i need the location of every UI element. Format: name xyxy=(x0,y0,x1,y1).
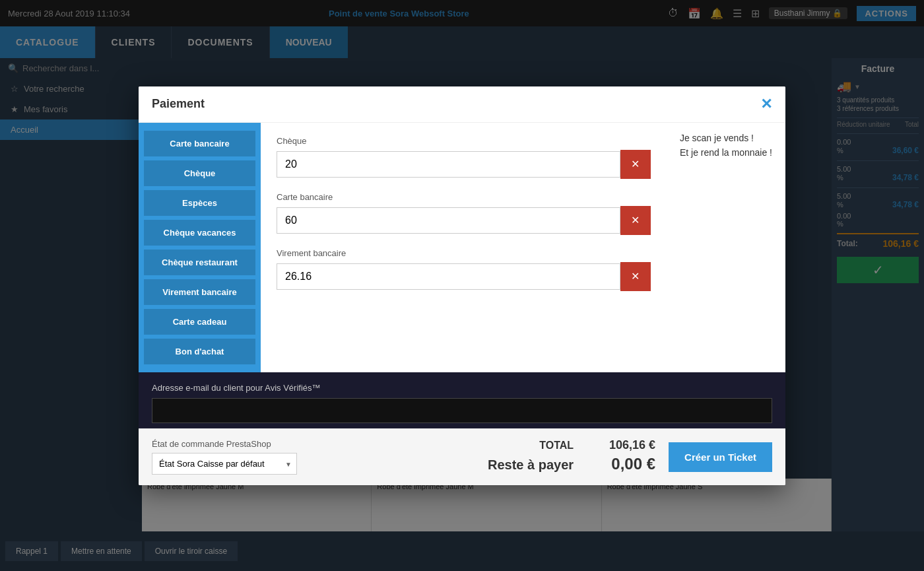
message-box: Je scan je vends ! Et je rend la monnaie… xyxy=(667,123,785,372)
entry-cb-row: ✕ xyxy=(277,206,651,235)
modal-body: Carte bancaire Chèque Espèces Chèque vac… xyxy=(139,123,785,372)
modal-footer: État de commande PrestaShop État Sora Ca… xyxy=(139,428,785,485)
footer-total-row: TOTAL 106,16 € xyxy=(488,438,655,452)
entry-virement-input[interactable] xyxy=(277,263,620,290)
reste-value: 0,00 € xyxy=(589,455,655,473)
total-value: 106,16 € xyxy=(589,438,655,452)
footer-select-wrap: État Sora Caisse par défaut xyxy=(152,453,297,475)
entry-virement-remove[interactable]: ✕ xyxy=(620,262,651,291)
footer-reste-row: Reste à payer 0,00 € xyxy=(488,455,655,473)
method-virement-bancaire[interactable]: Virement bancaire xyxy=(144,279,255,305)
entry-cb-input[interactable] xyxy=(277,207,620,234)
entry-cb-remove[interactable]: ✕ xyxy=(620,206,651,235)
modal-close-button[interactable]: ✕ xyxy=(760,97,772,112)
entry-cheque-remove[interactable]: ✕ xyxy=(620,150,651,179)
entry-cb-label: Carte bancaire xyxy=(277,192,651,202)
payment-methods-panel: Carte bancaire Chèque Espèces Chèque vac… xyxy=(139,123,261,372)
modal-title: Paiement xyxy=(152,97,205,111)
reste-label: Reste à payer xyxy=(488,457,574,473)
payment-details: Chèque ✕ Carte bancaire ✕ Virement banca… xyxy=(261,123,667,372)
entry-cheque-row: ✕ xyxy=(277,150,651,179)
method-cheque[interactable]: Chèque xyxy=(144,160,255,186)
create-ticket-button[interactable]: Créer un Ticket xyxy=(669,442,772,472)
payment-entry-carte-bancaire: Carte bancaire ✕ xyxy=(277,192,651,235)
email-section: Adresse e-mail du client pour Avis Vérif… xyxy=(139,372,785,428)
footer-totals: TOTAL 106,16 € Reste à payer 0,00 € xyxy=(488,438,655,476)
method-carte-cadeau[interactable]: Carte cadeau xyxy=(144,309,255,335)
footer-state-label: État de commande PrestaShop xyxy=(152,439,297,449)
message-line2: Et je rend la monnaie ! xyxy=(680,145,772,160)
footer-right: TOTAL 106,16 € Reste à payer 0,00 € Crée… xyxy=(488,438,772,476)
entry-virement-row: ✕ xyxy=(277,262,651,291)
entry-cheque-label: Chèque xyxy=(277,136,651,146)
message-line1: Je scan je vends ! xyxy=(680,131,772,145)
total-label: TOTAL xyxy=(539,440,574,452)
method-carte-bancaire[interactable]: Carte bancaire xyxy=(144,131,255,156)
method-cheque-vacances[interactable]: Chèque vacances xyxy=(144,220,255,246)
payment-entry-virement: Virement bancaire ✕ xyxy=(277,248,651,291)
payment-modal: Paiement ✕ Carte bancaire Chèque Espèces… xyxy=(139,86,785,485)
email-label: Adresse e-mail du client pour Avis Vérif… xyxy=(152,383,772,393)
method-cheque-restaurant[interactable]: Chèque restaurant xyxy=(144,250,255,275)
footer-state-select[interactable]: État Sora Caisse par défaut xyxy=(152,453,297,475)
email-input[interactable] xyxy=(152,398,772,423)
method-bon-achat[interactable]: Bon d'achat xyxy=(144,339,255,364)
method-especes[interactable]: Espèces xyxy=(144,190,255,216)
footer-state-area: État de commande PrestaShop État Sora Ca… xyxy=(152,439,297,475)
entry-virement-label: Virement bancaire xyxy=(277,248,651,258)
payment-entry-cheque: Chèque ✕ xyxy=(277,136,651,179)
modal-header: Paiement ✕ xyxy=(139,86,785,123)
entry-cheque-input[interactable] xyxy=(277,151,620,178)
